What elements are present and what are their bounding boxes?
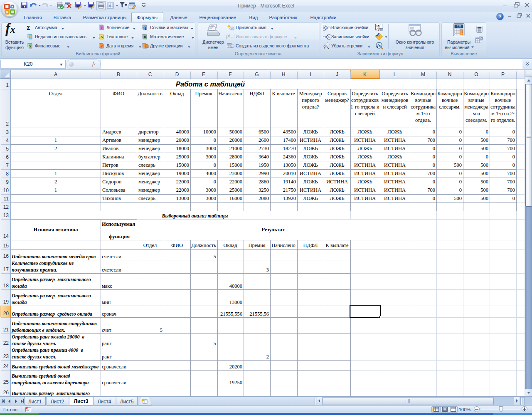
svg-text:$: $ <box>29 44 31 48</box>
svg-text:fx: fx <box>378 27 381 31</box>
svg-text:★: ★ <box>29 35 32 39</box>
svg-text:123: 123 <box>457 25 461 28</box>
svg-text:12: 12 <box>479 37 483 40</box>
svg-text:fx: fx <box>377 43 381 48</box>
svg-text:θ: θ <box>144 35 146 39</box>
svg-text:7: 7 <box>101 44 103 48</box>
svg-text:A: A <box>100 35 103 39</box>
svg-text:?: ? <box>101 26 103 30</box>
svg-text:Q: Q <box>143 26 146 30</box>
svg-text:!: ! <box>378 35 379 39</box>
